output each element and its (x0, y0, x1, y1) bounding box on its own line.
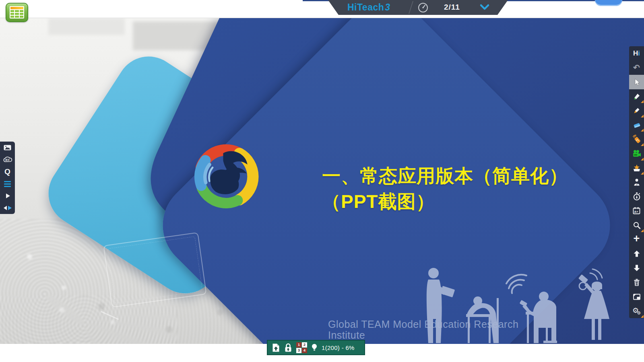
export-page-button[interactable] (272, 343, 280, 352)
topbar-separator (409, 1, 413, 14)
slide-canvas[interactable]: 一、常态应用版本（简单化） （PPT截图） Global TEAM Model … (0, 18, 644, 344)
page-indicator[interactable]: 2/11 (444, 3, 460, 12)
irs-status-text: 1(200) - 6% (322, 344, 355, 351)
irs-remote-icon (632, 135, 641, 144)
delete-page-button[interactable] (629, 275, 644, 290)
resize-screen-button[interactable] (629, 290, 644, 304)
top-dome-button[interactable] (595, 0, 622, 6)
hd-camera-icon: HD (632, 150, 641, 158)
svg-text:HD: HD (634, 154, 637, 156)
lock-button[interactable] (284, 343, 293, 352)
scoreboard-icon: A+ (632, 207, 641, 215)
chevron-down-icon[interactable] (479, 4, 490, 11)
menu-lines-icon (4, 181, 11, 187)
bulb-button[interactable] (311, 343, 318, 352)
group-4[interactable]: 4 (302, 348, 307, 353)
eraser-tool-button[interactable] (629, 118, 644, 132)
group-3[interactable]: 3 (296, 348, 301, 353)
slide-title: 一、常态应用版本（简单化） （PPT截图） (322, 163, 568, 214)
settings-button[interactable]: ⚙⚙ (629, 304, 644, 318)
left-toolbar: IES Q (0, 142, 15, 214)
prev-next-icon (3, 205, 12, 211)
next-page-button[interactable] (629, 261, 644, 276)
slide-title-line1: 一、常态应用版本（简单化） (322, 163, 568, 189)
ies-cloud-button[interactable]: IES (0, 154, 15, 166)
brand-text: HiTeach (347, 2, 384, 12)
scoreboard-button[interactable]: A+ (629, 204, 644, 218)
hiteach-topbar: HiTeach3 2/11 (328, 0, 508, 15)
cursor-icon (633, 78, 641, 86)
menu-button[interactable] (0, 178, 15, 190)
svg-text:A+: A+ (634, 210, 638, 214)
slide-title-line2: （PPT截图） (322, 189, 568, 214)
hiteach-menu-button[interactable]: Hi (629, 46, 644, 61)
group-grid-button[interactable]: 1 2 3 4 (296, 342, 307, 353)
hiteach-app-window: 一、常态应用版本（简单化） （PPT截图） Global TEAM Model … (0, 0, 644, 362)
play-icon (4, 192, 11, 200)
play-button[interactable] (0, 190, 15, 202)
gear-icon: ⚙⚙ (632, 307, 641, 315)
seating-grid-button[interactable] (6, 3, 28, 22)
q-icon: Q (4, 167, 10, 176)
bottom-toolbar: 1 2 3 4 1(200) - 6% (267, 340, 365, 355)
picture-tool-button[interactable] (0, 142, 15, 154)
pen-icon (633, 93, 641, 101)
random-person-icon: ? (633, 178, 641, 186)
pen-tool-button[interactable] (629, 89, 644, 104)
undo-icon: ↶ (633, 64, 640, 72)
highlighter-icon (633, 107, 641, 115)
clock-icon[interactable] (417, 2, 429, 13)
hiteach-menu-icon: Hi (633, 49, 640, 58)
magnifier-icon (633, 221, 641, 229)
prev-next-button[interactable] (0, 202, 15, 214)
pick-out-star-icon (632, 164, 641, 172)
magnifier-button[interactable] (629, 218, 644, 232)
q-tool-button[interactable]: Q (0, 166, 15, 178)
undo-button[interactable]: ↶ (629, 61, 644, 75)
add-page-button[interactable]: + (629, 232, 644, 247)
irs-remote-button[interactable] (629, 132, 644, 146)
ies-cloud-icon: IES (2, 156, 13, 163)
right-toolbar: Hi ↶ (629, 46, 644, 318)
select-tool-button[interactable] (629, 75, 644, 89)
grid-table-glyph (10, 6, 24, 19)
whiteboard-sketch-outline (103, 232, 206, 308)
highlighter-tool-button[interactable] (629, 103, 644, 118)
timer-icon (633, 192, 641, 201)
arrow-down-icon (633, 264, 641, 272)
svg-text:IES: IES (5, 158, 10, 161)
brand-version: 3 (385, 2, 390, 12)
classroom-silhouettes (411, 263, 616, 344)
previous-page-button[interactable] (629, 247, 644, 261)
picture-icon (3, 144, 12, 152)
eraser-icon (633, 121, 641, 129)
arrow-up-icon (633, 250, 641, 258)
hiteach-brand: HiTeach3 (347, 2, 390, 13)
svg-text:?: ? (636, 182, 638, 186)
resize-screen-icon (633, 293, 641, 300)
team-model-logo (188, 139, 264, 214)
plus-icon: + (634, 233, 640, 244)
timer-button[interactable] (629, 189, 644, 204)
trash-icon (633, 278, 641, 286)
random-person-button[interactable]: ? (629, 175, 644, 189)
group-2[interactable]: 2 (302, 342, 307, 348)
hd-camera-button[interactable]: HD (629, 146, 644, 161)
pick-out-button[interactable] (629, 161, 644, 175)
group-1[interactable]: 1 (296, 342, 301, 348)
